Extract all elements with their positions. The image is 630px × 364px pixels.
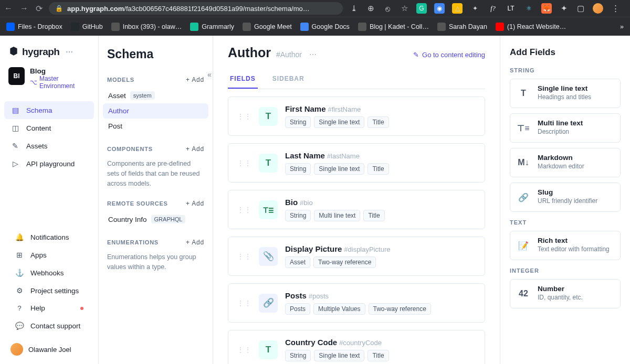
bookmark-item[interactable]: Files - Dropbox [6, 23, 62, 31]
field-type-icon: T [259, 154, 278, 173]
bookmark-star-icon[interactable]: ☆ [400, 4, 409, 13]
nav-item-webhooks[interactable]: ⚓Webhooks [8, 264, 90, 282]
tab-sidebar[interactable]: SIDEBAR [270, 70, 307, 89]
bookmarks-overflow-button[interactable]: » [620, 23, 624, 30]
back-button[interactable]: ← [4, 4, 13, 14]
forward-button[interactable]: → [20, 4, 28, 14]
bookmark-favicon [496, 23, 504, 31]
field-type-slug[interactable]: 🔗 SlugURL friendly identifier [510, 183, 621, 212]
logo[interactable]: hygraph ⋯ [0, 41, 98, 65]
drag-handle-icon[interactable]: ⋮⋮ [237, 112, 251, 121]
bookmark-item[interactable]: Blog | Kadet - Coll… [358, 23, 429, 31]
go-to-content-link[interactable]: ✎ Go to content editing [413, 51, 485, 59]
nav-item-assets[interactable]: ✎Assets [4, 137, 94, 155]
logo-menu-icon[interactable]: ⋯ [66, 48, 73, 56]
drag-handle-icon[interactable]: ⋮⋮ [237, 159, 251, 167]
model-title: Author [228, 45, 271, 60]
remote-tag: GRAPHQL [151, 215, 186, 223]
drag-handle-icon[interactable]: ⋮⋮ [237, 346, 251, 354]
field-row[interactable]: ⋮⋮ ⊤≡ Bio #bio StringMulti line textTitl… [228, 190, 485, 229]
bookmark-item[interactable]: (1) React Website… [496, 23, 566, 31]
remote-item[interactable]: Country InfoGRAPHQL [103, 211, 208, 227]
ext-icon-7[interactable]: ⚛ [523, 3, 534, 14]
bookmarks-bar: Files - DropboxGitHubInbox (393) - olaw…… [0, 17, 630, 36]
zoom-icon[interactable]: ⊕ [366, 4, 375, 13]
field-type-icon: 📝 [516, 237, 531, 254]
user-row[interactable]: Olawanle Joel [4, 339, 94, 360]
ext-icon-6[interactable]: LT [506, 3, 516, 14]
ext-icon-5[interactable]: f? [488, 3, 498, 14]
field-type-icon: T [259, 340, 278, 359]
field-row[interactable]: ⋮⋮ 📎 Display Picture #displayPicture Ass… [228, 237, 485, 276]
nav-icon: ▷ [10, 159, 20, 168]
nav-item-schema[interactable]: ▤Schema [4, 101, 94, 119]
field-category-label: INTEGER [510, 267, 621, 274]
ext-icon-2[interactable]: ◉ [434, 3, 445, 14]
ext-icon-3[interactable]: △ [452, 3, 463, 14]
bookmark-item[interactable]: Sarah Dayan [437, 23, 487, 31]
model-item-asset[interactable]: Assetsystem [103, 88, 208, 103]
add-component-button[interactable]: + Add [186, 145, 204, 153]
drag-handle-icon[interactable]: ⋮⋮ [237, 299, 251, 307]
field-type-icon: 🔗 [516, 188, 531, 206]
field-category-label: STRING [510, 67, 621, 73]
ext-icon-8[interactable]: 🦊 [541, 3, 552, 14]
model-item-post[interactable]: Post [103, 119, 208, 134]
nav-item-help[interactable]: ?Help [8, 299, 90, 317]
field-tag: Asset [285, 256, 310, 268]
collapse-panel-button[interactable]: « [204, 69, 213, 80]
section-models-title: MODELS [107, 77, 134, 83]
bookmark-favicon [300, 23, 309, 31]
add-fields-panel: Add Fields STRINGT Single line textHeadi… [500, 36, 630, 364]
bookmark-item[interactable]: Google Docs [300, 23, 350, 31]
project-selector[interactable]: Bl Blog ⌥Master Environment [0, 65, 98, 97]
drag-handle-icon[interactable]: ⋮⋮ [237, 252, 251, 261]
share-icon[interactable]: ⎋ [383, 4, 392, 13]
nav-item-api-playground[interactable]: ▷API playground [4, 155, 94, 173]
model-menu-button[interactable]: ⋯ [309, 50, 317, 59]
ext-icon-4[interactable]: ✦ [470, 3, 480, 14]
bookmark-item[interactable]: Google Meet [243, 23, 292, 31]
ext-icon-1[interactable]: G [416, 3, 427, 14]
project-name: Blog [30, 67, 90, 75]
nav-item-project-settings[interactable]: ⚙Project settings [8, 282, 90, 299]
field-type-icon: 🔗 [259, 294, 278, 313]
install-icon[interactable]: ⤓ [349, 4, 359, 13]
field-tag: String [285, 210, 311, 221]
nav-icon: ▤ [10, 106, 20, 114]
field-row[interactable]: ⋮⋮ T Country Code #countryCode StringSin… [228, 330, 485, 364]
bookmark-item[interactable]: GitHub [71, 23, 103, 31]
field-row[interactable]: ⋮⋮ T Last Name #lastName StringSingle li… [228, 143, 485, 183]
nav-item-contact-support[interactable]: 💬Contact support [8, 317, 90, 335]
field-row[interactable]: ⋮⋮ 🔗 Posts #posts PostsMultiple ValuesTw… [228, 283, 485, 323]
field-type-multi-line-text[interactable]: ⊤≡ Multi line textDescription [510, 113, 621, 143]
add-enum-button[interactable]: + Add [186, 239, 204, 246]
add-remote-button[interactable]: + Add [186, 200, 204, 207]
bookmark-item[interactable]: Grammarly [190, 23, 234, 31]
field-type-number[interactable]: 42 NumberID, quantity, etc. [510, 279, 621, 308]
bookmark-item[interactable]: Inbox (393) - olaw… [111, 23, 182, 31]
field-type-single-line-text[interactable]: T Single line textHeadings and titles [510, 79, 621, 108]
add-model-button[interactable]: + Add [186, 76, 204, 83]
sidepanel-icon[interactable]: ▢ [576, 4, 585, 13]
model-item-author[interactable]: Author [103, 103, 208, 119]
logo-text: hygraph [22, 46, 59, 58]
field-tag: Posts [285, 303, 310, 315]
sidebar-nav: hygraph ⋯ Bl Blog ⌥Master Environment ▤S… [0, 36, 99, 364]
nav-item-content[interactable]: ◫Content [4, 119, 94, 137]
tab-fields[interactable]: FIELDS [228, 70, 258, 89]
nav-item-notifications[interactable]: 🔔Notifications [8, 228, 90, 246]
drag-handle-icon[interactable]: ⋮⋮ [237, 206, 251, 214]
field-type-markdown[interactable]: M↓ MarkdownMarkdown editor [510, 148, 621, 177]
field-row[interactable]: ⋮⋮ T First Name #firstName StringSingle … [228, 97, 485, 136]
menu-icon[interactable]: ⋮ [611, 4, 620, 13]
profile-avatar[interactable] [593, 3, 603, 14]
reload-button[interactable]: ⟳ [36, 4, 43, 14]
field-type-desc: Headings and titles [538, 93, 591, 101]
field-type-name: Markdown [538, 154, 584, 162]
add-fields-title: Add Fields [510, 47, 621, 58]
nav-item-apps[interactable]: ⊞Apps [8, 246, 90, 264]
field-type-rich-text[interactable]: 📝 Rich textText editor with formatting [510, 231, 621, 260]
extensions-icon[interactable]: ✦ [559, 4, 569, 13]
url-bar[interactable]: 🔒 app.hygraph.com/fa3cb006567c468881f216… [49, 2, 343, 15]
